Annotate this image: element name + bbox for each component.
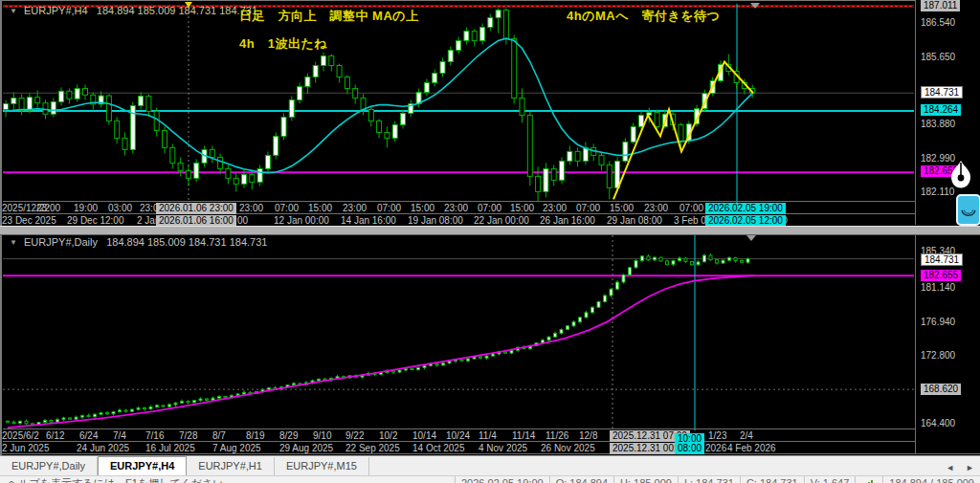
time-axis-label: 8/19	[246, 430, 264, 442]
status-bar: ヘルプを表示するには、F1を押してください 2026.02.05 19:00O:…	[0, 475, 980, 483]
price-axis-label: 186.540	[921, 17, 955, 29]
price-axis-label: 183.880	[921, 119, 955, 130]
time-axis-label: 9/10	[313, 430, 331, 442]
status-spacer	[333, 476, 455, 483]
tab-eurjpy-daily[interactable]: EURJPY#,Daily	[0, 457, 98, 476]
collapse-triangle-icon[interactable]: ▼	[10, 7, 17, 15]
status-segment: H: 185.009	[613, 476, 678, 483]
time-axis-label: 23:00	[444, 203, 468, 214]
time-axis-label: 07:00	[576, 203, 600, 214]
daily-axis-separator	[915, 233, 916, 453]
h4-chart	[3, 2, 914, 225]
chart-annotation-text: 4hのMAへ 寄付きを待つ	[567, 8, 720, 25]
time-axis-label: 23:00	[36, 203, 60, 214]
time-axis-label: 15:00	[308, 203, 332, 214]
price-axis-label: 172.800	[921, 350, 955, 362]
time-axis-label: 26 Nov 2025	[541, 443, 595, 454]
collapse-triangle-icon[interactable]: ▼	[10, 238, 17, 247]
daily-chart	[3, 235, 914, 442]
time-axis-label: 16 Jul 2025	[145, 443, 195, 454]
time-axis-label: 11/26	[546, 430, 568, 442]
time-axis-label: 2/4	[740, 430, 753, 442]
h4-plot-bottom-border	[3, 201, 915, 202]
vline-time-label: 08:00	[675, 443, 704, 454]
time-axis-label: 6/24	[79, 430, 98, 442]
time-axis-label: 07:00	[478, 203, 501, 214]
cyan-app-icon[interactable]	[956, 194, 980, 226]
price-axis-label: 185.650	[921, 52, 955, 63]
time-axis-label: 03:00	[108, 203, 132, 214]
time-axis-label: 8/7	[212, 430, 226, 442]
price-axis-label: 164.400	[921, 418, 955, 429]
daily-ma-line	[8, 275, 754, 428]
status-ohlc-segments: 2026.02.05 19:00O: 184.894H: 185.009L: 1…	[455, 476, 855, 483]
crosshair-price-label: 168.620	[921, 384, 961, 395]
status-bid-ask: 184.894 / 185.009	[882, 476, 980, 483]
status-help-text: ヘルプを表示するには、F1を押してください	[0, 476, 333, 483]
price-axis-label: 181.140	[921, 282, 955, 294]
chart-shift-marker-icon[interactable]	[746, 235, 756, 241]
pen-nib-icon[interactable]	[947, 160, 974, 194]
status-segment: L: 184.731	[678, 476, 740, 483]
h4-time-axis-row2: 23 Dec 202529 Dec 12:002 Jan08:0012 Jan …	[0, 215, 915, 226]
time-axis-label: 07:00	[679, 203, 703, 214]
time-axis-label: 9/22	[345, 430, 364, 442]
time-axis-label: 12/8	[579, 430, 597, 442]
time-axis-label: 11/14	[512, 430, 535, 442]
h4-axis-separator	[915, 0, 916, 225]
time-axis-label: 15:00	[610, 203, 634, 214]
chart-annotation-text: 日足 方向上 調整中 MAの上	[239, 8, 419, 25]
time-axis-label: 23:00	[543, 203, 567, 214]
time-axis-label: 6/12	[46, 430, 64, 442]
time-axis-label: 23:00	[644, 203, 668, 214]
chart-annotation-text: 4h 1波出たね	[239, 35, 327, 53]
time-axis-label: 2 Jun 2025	[2, 443, 50, 454]
time-axis-label: 8/29	[279, 430, 298, 442]
time-axis-label: 29 Aug 2025	[279, 443, 333, 454]
crosshair-time-label: 2026.01.06 23:00	[156, 203, 236, 214]
daily-chart-title: ▼ EURJPY#,Daily 184.894 185.009 184.731 …	[10, 236, 267, 248]
daily-ohlc-readout: 184.894 185.009 184.731 184.731	[106, 236, 267, 248]
time-axis-label: 07:00	[377, 203, 401, 214]
h4-ma-line	[6, 38, 752, 173]
h4-time-axis-row1: 2025/12/2223:0019:0003:0023:00023:0007:0…	[0, 203, 915, 213]
time-axis-label: 23:00	[239, 203, 263, 214]
time-axis-label: 2025/6/2	[2, 430, 39, 442]
time-axis-label: 2026	[705, 443, 726, 454]
tab-scroll-right-icon[interactable]: ►	[960, 459, 980, 476]
time-axis-label: 11/4	[479, 430, 497, 442]
price-axis-label: 176.940	[921, 317, 955, 328]
time-axis-label: 23:00	[343, 203, 367, 214]
time-axis-label: 10/2	[379, 430, 397, 442]
tab-eurjpy-h1[interactable]: EURJPY#,H1	[187, 457, 275, 476]
time-axis-label: 7/4	[113, 430, 126, 442]
crosshair-price-label: 187.011	[921, 0, 960, 11]
tab-eurjpy-m15[interactable]: EURJPY#,M15	[275, 457, 369, 476]
time-axis-label: 14 Oct 2025	[412, 443, 464, 454]
window-splitter[interactable]	[0, 226, 980, 235]
time-axis-label: 7/28	[179, 430, 197, 442]
time-axis-label: 19:00	[74, 203, 98, 214]
time-axis-label: 4 Feb 2026	[727, 443, 776, 454]
time-axis-label: 15:00	[411, 203, 434, 214]
time-axis-label: 7 Aug 2025	[212, 443, 261, 454]
h4-symbol: EURJPY#,H4	[24, 5, 88, 16]
status-histogram-icon	[855, 476, 882, 483]
daily-time-axis-row2: 2 Jun 202524 Jun 202516 Jul 20257 Aug 20…	[0, 443, 915, 453]
status-segment: C: 184.731	[740, 476, 804, 483]
h4-ohlc-readout: 184.894 185.009 184.731 184.731	[97, 5, 257, 16]
status-segment: 2026.02.05 19:00	[455, 476, 549, 483]
daily-chart-candles	[7, 253, 750, 427]
crosshair-price-label: 184.264	[921, 104, 961, 116]
time-axis-label: 15:00	[510, 203, 534, 214]
time-axis-label: 7/16	[145, 430, 164, 442]
vline-time-label: 2026.02.05 19:00	[705, 203, 786, 214]
tab-eurjpy-h4[interactable]: EURJPY#,H4	[98, 456, 187, 477]
time-axis-label: 10/14	[412, 430, 436, 442]
time-axis-label: 10/24	[446, 430, 470, 442]
daily-time-axis-row1: 2025/6/26/126/247/47/167/288/78/198/299/…	[0, 430, 915, 441]
daily-symbol: EURJPY#,Daily	[24, 236, 98, 248]
chart-tab-bar: EURJPY#,Daily EURJPY#,H4 EURJPY#,H1 EURJ…	[0, 455, 980, 476]
tab-scroll-left-icon[interactable]: ◄	[940, 459, 960, 476]
time-axis-label: 1/23	[708, 430, 726, 442]
